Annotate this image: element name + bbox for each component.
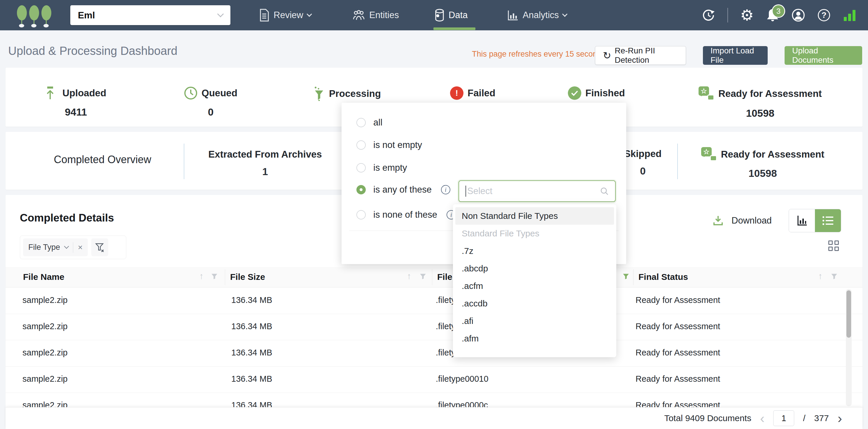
- file-type-select-input[interactable]: Select: [459, 180, 616, 202]
- filter-chip-file-type[interactable]: File Type ×: [23, 238, 88, 256]
- radio-icon[interactable]: [356, 118, 366, 127]
- sort-icon[interactable]: ↑: [407, 271, 411, 281]
- cell-final-status: Ready for Assessment: [636, 374, 720, 384]
- user-avatar-icon[interactable]: [792, 8, 805, 22]
- clear-all-filters-button[interactable]: [91, 238, 108, 256]
- next-page-icon[interactable]: ›: [838, 412, 842, 424]
- info-icon[interactable]: i: [441, 185, 450, 194]
- settings-gear-icon[interactable]: ⚙: [740, 8, 754, 22]
- people-icon: [352, 9, 365, 21]
- clock-icon: [184, 86, 197, 100]
- cell-file-size: 136.34 MB: [231, 295, 272, 305]
- overview-extracted-value: 1: [204, 166, 327, 177]
- history-icon[interactable]: [702, 8, 715, 22]
- nav-data-label: Data: [448, 10, 468, 21]
- funnel-icon: [313, 86, 325, 101]
- prev-page-icon[interactable]: ‹: [760, 412, 765, 424]
- chart-view-icon: [797, 215, 808, 226]
- dropdown-item[interactable]: .accdb: [455, 295, 614, 312]
- text-cursor: [465, 185, 466, 197]
- refresh-icon: ↻: [603, 50, 611, 61]
- chart-view-button[interactable]: [789, 209, 815, 232]
- pagination-bar: Total 9409 Documents ‹ 1 / 377 ›: [5, 407, 863, 429]
- divider: [184, 144, 184, 179]
- error-icon: !: [450, 86, 463, 100]
- database-icon: [435, 9, 444, 22]
- refresh-note: This page refreshes every 15 seconds: [472, 50, 606, 59]
- view-toggle: [789, 209, 841, 232]
- col-final-status[interactable]: Final Status: [639, 272, 688, 282]
- cell-file-size: 136.34 MB: [231, 374, 272, 384]
- stat-ready-for-assessment: ☆Ready for Assessment 10598: [699, 86, 822, 119]
- document-icon: [259, 9, 270, 22]
- filter-option-is-not-empty[interactable]: is not empty: [356, 140, 422, 150]
- dropdown-item-standard-group: Standard File Types: [455, 225, 614, 242]
- table-row[interactable]: sample2.zip 136.34 MB .filetyp Ready for…: [5, 288, 863, 314]
- radio-icon[interactable]: [356, 210, 366, 220]
- vertical-scrollbar-thumb[interactable]: [846, 290, 851, 338]
- dropdown-item[interactable]: .afm: [455, 330, 614, 347]
- chevron-down-icon: [307, 11, 312, 17]
- dropdown-item[interactable]: .7z: [455, 242, 614, 260]
- stat-queued: Queued 0: [184, 86, 238, 118]
- filter-funnel-icon[interactable]: [419, 273, 427, 281]
- table-row[interactable]: sample2.zip 136.34 MB .filetyp Ready for…: [5, 340, 863, 367]
- rerun-pii-button[interactable]: ↻ Re-Run PII Detection: [595, 46, 686, 65]
- radio-icon[interactable]: [356, 163, 366, 172]
- stat-uploaded-value: 9411: [45, 106, 106, 118]
- upload-documents-button[interactable]: Upload Documents: [784, 46, 862, 65]
- filter-funnel-icon-active[interactable]: [622, 273, 630, 281]
- overview-ready: ☆Ready for Assessment 10598: [693, 147, 833, 179]
- active-filters-bar: File Type ×: [20, 235, 126, 259]
- dropdown-item[interactable]: .abcdp: [455, 260, 614, 277]
- col-file-name[interactable]: File Name: [23, 272, 64, 282]
- radio-icon[interactable]: [356, 140, 366, 150]
- table-row[interactable]: sample2.zip 136.34 MB .filetype00010 Rea…: [5, 367, 863, 393]
- divider: [727, 8, 728, 23]
- cell-file-type: .filetype00010: [436, 374, 489, 384]
- active-tab-underline: [433, 27, 475, 30]
- cell-file-name: sample2.zip: [23, 295, 68, 305]
- signal-bars-icon[interactable]: [843, 8, 856, 22]
- notifications-bell-icon[interactable]: 3: [766, 8, 779, 22]
- cell-file-name: sample2.zip: [23, 348, 68, 358]
- nav-analytics[interactable]: Analytics: [507, 0, 567, 30]
- project-select[interactable]: Eml: [70, 5, 230, 25]
- page-number-input[interactable]: 1: [773, 410, 794, 426]
- list-view-button[interactable]: [815, 209, 841, 232]
- app-logo[interactable]: [17, 5, 52, 26]
- dropdown-item[interactable]: .afi: [455, 312, 614, 330]
- cell-file-name: sample2.zip: [23, 322, 68, 331]
- dropdown-item[interactable]: .acfm: [455, 277, 614, 295]
- cell-final-status: Ready for Assessment: [636, 322, 720, 331]
- filter-option-is-any-of-these[interactable]: is any of these i: [356, 184, 450, 195]
- overview-extracted: Extracted From Archives 1: [204, 149, 327, 177]
- nav-entities[interactable]: Entities: [352, 0, 399, 30]
- filter-funnel-icon[interactable]: [830, 273, 838, 281]
- download-button[interactable]: Download: [712, 215, 772, 226]
- filter-option-all[interactable]: all: [356, 117, 382, 128]
- column-settings-icon[interactable]: [828, 240, 839, 251]
- remove-filter-icon[interactable]: ×: [78, 243, 83, 252]
- total-pages: 377: [814, 413, 829, 423]
- search-icon: [600, 187, 609, 196]
- nav-review[interactable]: Review: [259, 0, 311, 30]
- overview-title: Completed Overview: [33, 153, 172, 166]
- nav-analytics-label: Analytics: [523, 10, 559, 21]
- radio-selected-icon[interactable]: [356, 185, 366, 194]
- filter-funnel-icon[interactable]: [211, 273, 218, 281]
- dropdown-item-non-standard[interactable]: Non Standard File Types: [455, 207, 614, 225]
- import-load-file-button[interactable]: Import Load File: [703, 46, 768, 65]
- help-icon[interactable]: ?: [817, 8, 831, 22]
- filter-option-is-empty[interactable]: is empty: [356, 163, 407, 173]
- sort-icon[interactable]: ↑: [199, 271, 204, 281]
- col-file-size[interactable]: File Size: [230, 272, 265, 282]
- nav-data[interactable]: Data: [435, 0, 468, 30]
- logo-balloon: [29, 5, 39, 21]
- table-row[interactable]: sample2.zip 136.34 MB .filetyp Ready for…: [5, 314, 863, 340]
- cell-file-size: 136.34 MB: [231, 348, 272, 358]
- total-documents: Total 9409 Documents: [664, 413, 751, 423]
- filter-option-is-none-of-these[interactable]: is none of these i: [356, 209, 456, 220]
- sort-icon[interactable]: ↑: [818, 271, 823, 281]
- stat-uploaded: Uploaded 9411: [45, 86, 106, 118]
